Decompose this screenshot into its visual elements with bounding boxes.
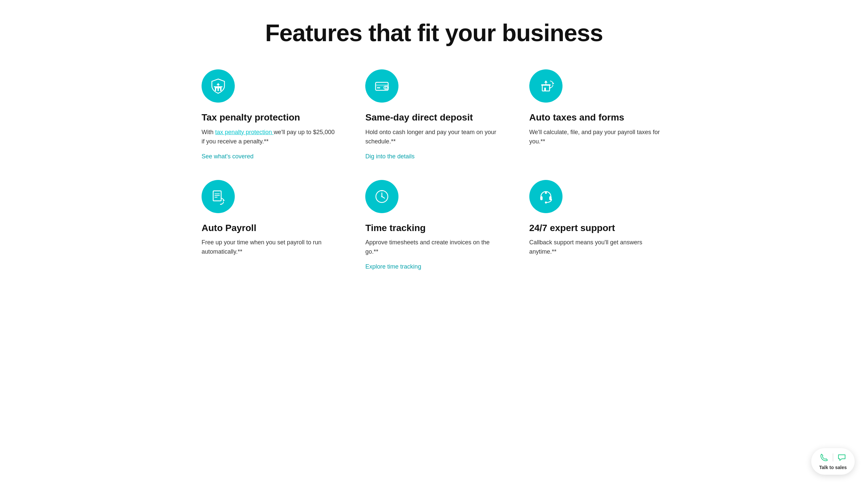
page-title: Features that fit your business [33, 20, 835, 46]
svg-rect-12 [544, 88, 546, 91]
refresh-building-icon [537, 78, 554, 94]
same-day-deposit-title: Same-day direct deposit [365, 112, 473, 123]
auto-payroll-icon [210, 188, 226, 205]
feature-card-auto-payroll: Auto Payroll Free up your time when you … [202, 180, 339, 270]
tax-penalty-link[interactable]: tax penalty protection [215, 129, 274, 135]
explore-time-tracking-link[interactable]: Explore time tracking [365, 263, 421, 270]
tax-penalty-icon-circle [202, 69, 235, 103]
time-tracking-title: Time tracking [365, 222, 426, 234]
shield-building-icon [210, 78, 226, 94]
tax-penalty-description: With tax penalty protection we'll pay up… [202, 128, 339, 147]
svg-point-32 [545, 192, 547, 194]
phone-icon [819, 453, 829, 462]
svg-rect-28 [381, 190, 383, 191]
tax-penalty-title: Tax penalty protection [202, 112, 300, 123]
headset-icon [537, 188, 554, 205]
expert-support-icon-circle [529, 180, 562, 213]
time-tracking-icon-circle [365, 180, 399, 213]
svg-marker-23 [220, 203, 222, 205]
svg-marker-15 [544, 80, 548, 83]
auto-taxes-title: Auto taxes and forms [529, 112, 624, 123]
expert-support-title: 24/7 expert support [529, 222, 615, 234]
auto-taxes-icon-circle [529, 69, 562, 103]
auto-payroll-icon-circle [202, 180, 235, 213]
talk-to-sales-icons-row [819, 453, 846, 462]
svg-rect-3 [214, 86, 222, 87]
feature-card-auto-taxes: Auto taxes and forms We'll calculate, fi… [529, 69, 666, 160]
feature-card-time-tracking: Time tracking Approve timesheets and cre… [365, 180, 502, 270]
features-grid: Tax penalty protection With tax penalty … [202, 69, 666, 270]
dig-into-details-link[interactable]: Dig into the details [365, 153, 414, 160]
svg-rect-0 [215, 87, 221, 91]
svg-rect-8 [377, 87, 380, 88]
same-day-deposit-icon-circle [365, 69, 399, 103]
time-tracking-description: Approve timesheets and create invoices o… [365, 238, 502, 257]
auto-payroll-title: Auto Payroll [202, 222, 256, 234]
svg-rect-1 [216, 88, 217, 91]
feature-card-tax-penalty: Tax penalty protection With tax penalty … [202, 69, 339, 160]
same-day-deposit-description: Hold onto cash longer and pay your team … [365, 128, 502, 147]
expert-support-description: Callback support means you'll get answer… [529, 238, 666, 257]
svg-rect-13 [541, 84, 551, 86]
svg-marker-5 [217, 83, 220, 85]
auto-payroll-description: Free up your time when you set payroll t… [202, 238, 339, 257]
see-whats-covered-link[interactable]: See what's covered [202, 153, 254, 160]
feature-card-same-day-deposit: Same-day direct deposit Hold onto cash l… [365, 69, 502, 160]
clock-icon [374, 188, 390, 205]
talk-to-sales-widget[interactable]: Talk to sales [811, 448, 855, 475]
talk-to-sales-label: Talk to sales [819, 465, 847, 470]
svg-rect-2 [219, 88, 220, 91]
payment-icon [374, 78, 390, 94]
feature-card-expert-support: 24/7 expert support Callback support mea… [529, 180, 666, 270]
tts-divider [833, 453, 833, 461]
svg-point-31 [545, 201, 547, 203]
auto-taxes-description: We'll calculate, file, and pay your payr… [529, 128, 666, 147]
chat-icon [837, 453, 846, 462]
svg-rect-29 [540, 196, 542, 200]
svg-point-27 [381, 196, 382, 197]
